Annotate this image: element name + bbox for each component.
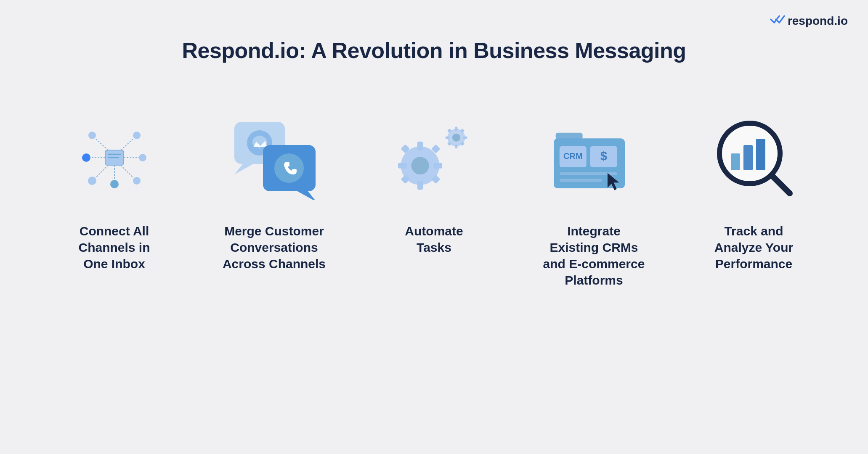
svg-rect-50 (559, 179, 601, 182)
svg-point-15 (133, 177, 141, 185)
svg-point-14 (88, 177, 96, 185)
svg-line-5 (96, 139, 108, 150)
features-row: Connect AllChannels inOne Inbox Merg (0, 114, 868, 288)
svg-marker-21 (297, 191, 316, 200)
svg-line-7 (96, 165, 108, 178)
integrate-crm-label: IntegrateExisting CRMsand E-commercePlat… (543, 223, 645, 288)
connect-channels-label: Connect AllChannels inOne Inbox (78, 223, 150, 272)
svg-text:CRM: CRM (563, 151, 582, 161)
automate-tasks-label: AutomateTasks (405, 223, 463, 256)
svg-point-12 (88, 132, 96, 139)
svg-point-13 (133, 132, 141, 139)
logo: respond.io (770, 13, 848, 28)
svg-rect-56 (756, 139, 765, 170)
feature-integrate-crm: CRM $ IntegrateExisting CRMsand E-commer… (514, 114, 674, 288)
svg-point-24 (452, 134, 460, 142)
track-performance-label: Track andAnalyze YourPerformance (714, 223, 793, 272)
svg-rect-28 (463, 136, 467, 139)
svg-point-10 (82, 153, 90, 162)
svg-rect-27 (445, 136, 449, 139)
main-title: Respond.io: A Revolution in Business Mes… (0, 38, 868, 63)
feature-track-performance: Track andAnalyze YourPerformance (674, 114, 834, 272)
svg-rect-54 (731, 153, 740, 170)
svg-rect-36 (417, 181, 422, 190)
connect-channels-icon (70, 114, 159, 202)
svg-rect-35 (417, 142, 422, 150)
feature-automate-tasks: AutomateTasks (354, 114, 514, 256)
svg-rect-37 (398, 163, 407, 168)
svg-text:$: $ (600, 149, 607, 163)
svg-rect-38 (433, 163, 442, 168)
svg-point-16 (110, 180, 119, 188)
svg-rect-55 (743, 145, 753, 170)
automate-tasks-icon (390, 114, 478, 202)
feature-connect-channels: Connect AllChannels inOne Inbox (35, 114, 194, 272)
svg-rect-25 (455, 127, 457, 131)
svg-marker-18 (234, 164, 253, 174)
logo-check-icon (770, 13, 785, 28)
svg-rect-26 (455, 145, 457, 149)
svg-line-6 (121, 139, 133, 150)
merge-conversations-label: Merge CustomerConversationsAcross Channe… (223, 223, 326, 272)
merge-conversations-icon (230, 114, 319, 202)
svg-line-8 (121, 165, 133, 178)
feature-merge-conversations: Merge CustomerConversationsAcross Channe… (194, 114, 354, 272)
svg-line-57 (772, 176, 790, 193)
integrate-crm-icon: CRM $ (550, 114, 638, 202)
svg-point-11 (139, 154, 146, 161)
svg-point-22 (274, 153, 304, 183)
logo-text: respond.io (788, 14, 848, 28)
svg-point-34 (411, 157, 429, 174)
track-performance-icon (710, 114, 798, 202)
